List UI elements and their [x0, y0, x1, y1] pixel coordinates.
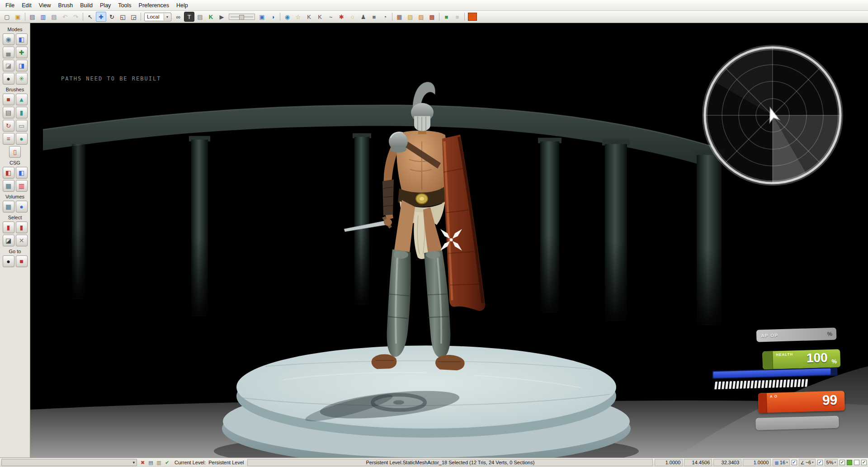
- drag-grid-snap[interactable]: ▦ 16 ▾: [773, 459, 789, 466]
- open-level[interactable]: ▣: [13, 12, 23, 22]
- brush-curved-stair[interactable]: ▤: [3, 107, 14, 118]
- build-progress-clock[interactable]: ◔: [380, 12, 390, 22]
- camera-speed-slow[interactable]: K: [304, 12, 314, 22]
- brush-cube[interactable]: ■: [3, 94, 14, 105]
- build-cover-nodes[interactable]: ♟: [358, 12, 368, 22]
- undo[interactable]: ↶: [60, 12, 70, 22]
- goto-actor[interactable]: ●: [3, 255, 14, 267]
- brush-linear-stair[interactable]: ≡: [3, 133, 14, 145]
- save-all-writable[interactable]: ▤: [49, 12, 59, 22]
- combo-arrow-icon[interactable]: ▼: [164, 14, 170, 20]
- camera-speed-fast[interactable]: K: [315, 12, 325, 22]
- rotate-tool[interactable]: ↻: [107, 12, 117, 22]
- combo-dropdown-icon[interactable]: ▼: [132, 459, 136, 466]
- goto-builder-brush[interactable]: ■: [16, 255, 28, 267]
- csg-deintersect[interactable]: ▥: [16, 180, 28, 192]
- build-all[interactable]: ■: [369, 12, 379, 22]
- lighting-status-icon[interactable]: ▥: [155, 459, 163, 466]
- curve-editor[interactable]: ~: [326, 12, 336, 22]
- toggle-brush-polys[interactable]: ◑: [268, 12, 278, 22]
- menu-edit[interactable]: Edit: [18, 1, 35, 10]
- autosave-swatch[interactable]: [847, 460, 852, 465]
- brush-spiral-stair[interactable]: ↻: [3, 120, 14, 132]
- volume-add[interactable]: ▦: [3, 201, 14, 212]
- build-ai-paths[interactable]: ✱: [336, 12, 347, 22]
- map-check-error-icon[interactable]: ✖: [139, 459, 146, 466]
- select-invert[interactable]: ◪: [3, 235, 14, 246]
- angle-dropdown-icon[interactable]: ▾: [812, 461, 814, 464]
- translate-tool[interactable]: ✚: [96, 12, 106, 22]
- menu-tools[interactable]: Tools: [114, 1, 135, 10]
- brush-cylinder[interactable]: ▮: [16, 107, 28, 118]
- reference-coordinate-system[interactable]: Local▼: [144, 13, 171, 21]
- mode-camera[interactable]: ◉: [3, 33, 14, 45]
- open-matinee[interactable]: ▶: [217, 12, 227, 22]
- generic-browser[interactable]: ▤: [195, 12, 205, 22]
- csg-intersect[interactable]: ▦: [3, 180, 14, 192]
- open-kismet[interactable]: K: [206, 12, 216, 22]
- play-on-device[interactable]: ■: [452, 12, 462, 22]
- map-errors[interactable]: ▩: [427, 12, 437, 22]
- mode-foliage[interactable]: ✳: [16, 73, 28, 85]
- new-level[interactable]: ▢: [2, 12, 12, 22]
- mode-translate[interactable]: ✚: [16, 47, 28, 58]
- save-current-level[interactable]: ▤: [27, 12, 38, 22]
- source-control-ok-icon[interactable]: ✔: [163, 459, 171, 466]
- csg-subtract[interactable]: ◧: [16, 167, 28, 179]
- scale-grid-snap[interactable]: 5% ▾: [825, 459, 838, 466]
- scale-dropdown-icon[interactable]: ▾: [834, 461, 836, 464]
- game-hud: AP OP % HEALTH 100 % A O 99: [707, 322, 859, 440]
- brush-volumetric[interactable]: ▯: [9, 146, 21, 158]
- package-folder[interactable]: ▣: [257, 12, 267, 22]
- select-add[interactable]: ▮: [3, 222, 14, 233]
- drag-grid-checkbox[interactable]: [792, 460, 797, 465]
- csg-add[interactable]: ◧: [3, 167, 14, 179]
- option-checkbox-2[interactable]: [861, 460, 867, 465]
- select-none[interactable]: ✕: [16, 235, 28, 246]
- menu-file[interactable]: File: [2, 1, 18, 10]
- package-status-icon[interactable]: ▤: [147, 459, 155, 466]
- status-combo[interactable]: ▼: [1, 459, 137, 466]
- perspective-viewport[interactable]: PATHS NEED TO BE REBUILT AP OP %: [30, 23, 868, 458]
- menu-build[interactable]: Build: [76, 1, 96, 10]
- build-lighting[interactable]: ○: [347, 12, 358, 22]
- content-browser[interactable]: T: [184, 12, 194, 22]
- selection-tool[interactable]: ↖: [85, 12, 95, 22]
- search-for-actors[interactable]: ∞: [173, 12, 184, 22]
- mode-mesh-paint[interactable]: ◨: [16, 60, 28, 71]
- rotation-grid-checkbox[interactable]: [817, 460, 823, 465]
- lightmass-tool[interactable]: ▧: [405, 12, 415, 22]
- favorites[interactable]: ☆: [293, 12, 303, 22]
- distribution-widget[interactable]: [229, 14, 255, 20]
- volume-sphere[interactable]: ●: [16, 201, 28, 212]
- brush-cone[interactable]: ▲: [16, 94, 28, 105]
- mode-geometry[interactable]: ◧: [16, 33, 28, 45]
- menu-help[interactable]: Help: [173, 1, 192, 10]
- scale-tool[interactable]: ◱: [118, 12, 128, 22]
- redo[interactable]: ↷: [71, 12, 81, 22]
- select-remove[interactable]: ▮: [16, 222, 28, 233]
- rotation-grid-snap[interactable]: ∠ ~6 ▾: [799, 459, 816, 466]
- grid-dropdown-icon[interactable]: ▾: [786, 461, 788, 464]
- play-in-editor[interactable]: ■: [441, 12, 452, 22]
- save-all-levels[interactable]: ▥: [38, 12, 48, 22]
- mode-geometry-edit[interactable]: ●: [3, 73, 14, 85]
- build-all-icon: ■: [373, 14, 376, 20]
- brush-sheet[interactable]: ▭: [16, 120, 28, 132]
- swarm-agent[interactable]: ▨: [416, 12, 426, 22]
- open-matinee-icon: ▶: [220, 14, 224, 20]
- menu-brush[interactable]: Brush: [55, 1, 77, 10]
- terrain-tool[interactable]: ▦: [394, 12, 405, 22]
- menu-view[interactable]: View: [35, 1, 55, 10]
- mode-texture-align[interactable]: ◪: [3, 60, 14, 71]
- menu-play[interactable]: Play: [96, 1, 114, 10]
- build-geometry[interactable]: ◉: [282, 12, 292, 22]
- mode-terrain[interactable]: ▄: [3, 47, 14, 58]
- realtime-preview-swatch[interactable]: [468, 13, 477, 21]
- stamina-tick: [750, 380, 754, 388]
- menu-preferences[interactable]: Preferences: [135, 1, 173, 10]
- nonuniform-scale-tool[interactable]: ◲: [128, 12, 139, 22]
- option-checkbox-1[interactable]: [854, 460, 859, 465]
- brush-sphere[interactable]: ●: [16, 133, 28, 145]
- scale-snap-checkbox[interactable]: [840, 460, 845, 465]
